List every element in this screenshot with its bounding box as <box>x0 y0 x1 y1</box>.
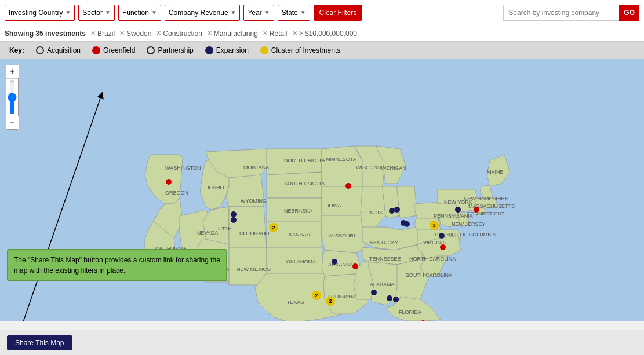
map-container[interactable]: WASHINGTON OREGON CALIFORNIA NEVADA IDAH… <box>0 59 644 321</box>
svg-marker-16 <box>267 247 325 273</box>
key-cluster: Cluster of Investments <box>260 46 340 54</box>
investing-country-filter[interactable]: Investing Country ▼ <box>5 5 75 21</box>
filter-tag-sweden: ✕ Sweden <box>119 30 151 38</box>
investment-dot[interactable] <box>393 297 399 302</box>
investment-dot[interactable]: 2 <box>269 223 278 232</box>
active-filters-bar: Showing 35 investments ✕ Brazil ✕ Sweden… <box>0 25 644 42</box>
acquisition-dot-icon <box>36 46 44 54</box>
svg-marker-18 <box>322 146 362 189</box>
investment-dot[interactable] <box>231 211 237 217</box>
remove-sweden-icon[interactable]: ✕ <box>119 30 125 37</box>
cluster-dot-icon <box>260 46 268 54</box>
filter-bar: Investing Country ▼ Sector ▼ Function ▼ … <box>0 0 644 25</box>
svg-marker-14 <box>267 198 322 221</box>
investment-dot[interactable] <box>332 259 337 265</box>
svg-marker-43 <box>475 198 497 208</box>
investment-dot[interactable] <box>345 183 351 189</box>
retail-tag-label: Retail <box>270 30 288 38</box>
svg-marker-7 <box>226 175 264 207</box>
year-label: Year <box>248 9 261 17</box>
greenfield-dot-icon <box>92 46 100 54</box>
state-label: State <box>282 9 298 17</box>
investment-dot[interactable] <box>394 207 400 213</box>
function-label: Function <box>122 9 149 17</box>
greenfield-label: Greenfield <box>103 46 135 54</box>
key-acquisition: Acquisition <box>36 46 81 54</box>
investing-country-arrow-icon: ▼ <box>65 9 71 16</box>
acquisition-label: Acquisition <box>47 46 81 54</box>
partnership-dot-icon <box>147 46 155 54</box>
investment-dot[interactable] <box>352 263 358 269</box>
function-arrow-icon: ▼ <box>151 9 157 16</box>
investment-dot[interactable] <box>166 179 172 185</box>
map-svg <box>0 59 644 321</box>
go-button[interactable]: GO <box>619 5 639 21</box>
map-key-bar: Key: Acquisition Greenfield Partnership … <box>0 42 644 59</box>
investing-country-label: Investing Country <box>9 9 63 17</box>
filter-tag-construction: ✕ Construction <box>156 30 202 38</box>
zoom-slider[interactable] <box>8 80 16 115</box>
remove-construction-icon[interactable]: ✕ <box>156 30 161 37</box>
investment-dot[interactable]: 3 <box>430 221 439 230</box>
search-input[interactable] <box>503 5 619 21</box>
brazil-tag-label: Brazil <box>97 30 115 38</box>
manufacturing-tag-label: Manufacturing <box>214 30 258 38</box>
remove-manufacturing-icon[interactable]: ✕ <box>207 30 212 37</box>
svg-marker-13 <box>267 172 322 198</box>
sector-arrow-icon: ▼ <box>105 9 111 16</box>
investment-dot[interactable] <box>404 221 410 227</box>
remove-brazil-icon[interactable]: ✕ <box>90 30 96 37</box>
revenue-tag-label: > $10,000,000,000 <box>299 30 357 38</box>
investment-dot[interactable] <box>439 233 445 239</box>
callout-box: The "Share This Map" button provides a c… <box>7 249 227 281</box>
investments-count: Showing 35 investments <box>5 30 86 38</box>
key-greenfield: Greenfield <box>92 46 135 54</box>
construction-tag-label: Construction <box>163 30 202 38</box>
filter-tag-manufacturing: ✕ Manufacturing <box>207 30 258 38</box>
zoom-out-button[interactable]: − <box>6 116 19 129</box>
sector-filter[interactable]: Sector ▼ <box>78 5 115 21</box>
company-revenue-filter[interactable]: Company Revenue ▼ <box>165 5 241 21</box>
filter-tag-brazil: ✕ Brazil <box>90 30 115 38</box>
callout-text: The "Share This Map" button provides a c… <box>14 256 220 275</box>
clear-filters-button[interactable]: Clear Filters <box>314 5 363 21</box>
svg-marker-19 <box>322 186 365 215</box>
svg-marker-11 <box>229 247 267 285</box>
key-label: Key: <box>9 46 24 54</box>
bottom-bar: Share This Map <box>0 330 644 355</box>
company-revenue-arrow-icon: ▼ <box>231 9 237 16</box>
investment-dot[interactable]: 2 <box>312 291 321 300</box>
year-arrow-icon: ▼ <box>264 9 270 16</box>
company-revenue-label: Company Revenue <box>169 9 228 17</box>
year-filter[interactable]: Year ▼ <box>243 5 274 21</box>
state-filter[interactable]: State ▼ <box>278 5 310 21</box>
investment-dot[interactable]: 2 <box>326 297 335 306</box>
function-filter[interactable]: Function ▼ <box>118 5 161 21</box>
state-arrow-icon: ▼ <box>300 9 306 16</box>
svg-marker-12 <box>267 149 322 175</box>
share-map-button[interactable]: Share This Map <box>7 335 72 350</box>
sector-label: Sector <box>82 9 103 17</box>
key-expansion: Expansion <box>205 46 249 54</box>
svg-marker-27 <box>397 186 417 218</box>
expansion-label: Expansion <box>216 46 249 54</box>
remove-retail-icon[interactable]: ✕ <box>263 30 268 37</box>
sweden-tag-label: Sweden <box>126 30 151 38</box>
filter-tag-retail: ✕ Retail <box>263 30 288 38</box>
partnership-label: Partnership <box>158 46 193 54</box>
remove-revenue-icon[interactable]: ✕ <box>292 30 297 37</box>
investment-dot[interactable] <box>231 217 237 223</box>
investment-dot[interactable] <box>474 207 479 213</box>
key-partnership: Partnership <box>147 46 193 54</box>
zoom-controls: + − <box>6 65 19 130</box>
investment-dot[interactable] <box>371 290 377 295</box>
zoom-in-button[interactable]: + <box>6 65 19 78</box>
cluster-label: Cluster of Investments <box>271 46 340 54</box>
investment-dot[interactable] <box>440 244 446 250</box>
investment-dot[interactable] <box>387 295 392 301</box>
investment-dot[interactable] <box>455 207 461 213</box>
svg-marker-20 <box>322 215 365 253</box>
filter-tag-revenue: ✕ > $10,000,000,000 <box>292 30 357 38</box>
search-container: GO <box>503 5 639 21</box>
expansion-dot-icon <box>205 46 213 54</box>
